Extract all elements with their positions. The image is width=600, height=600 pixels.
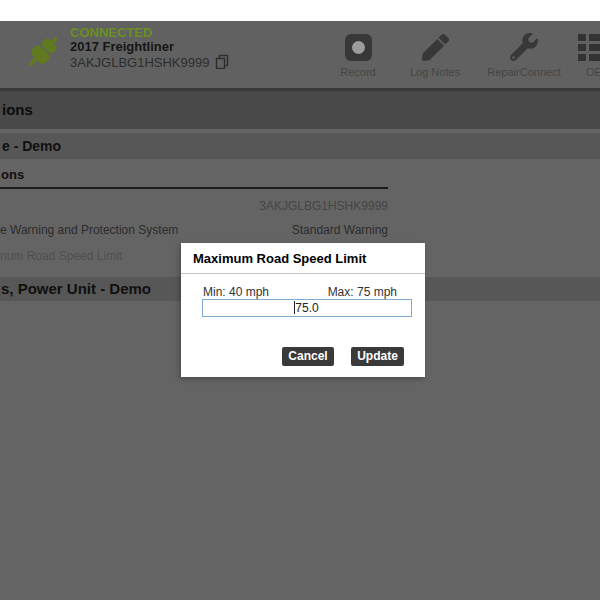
parameter-label: num Road Speed Limit (0, 249, 122, 263)
pencil-icon (422, 31, 449, 61)
record-icon (345, 31, 372, 61)
update-button[interactable]: Update (351, 347, 404, 366)
parameter-group-underline (0, 187, 388, 189)
speed-limit-input[interactable] (202, 299, 412, 317)
toolbar-record-label: Record (340, 66, 375, 78)
toolbar-record-button[interactable]: Record (330, 31, 386, 78)
list-icon (578, 31, 600, 61)
parameter-label: e Warning and Protection System (0, 223, 178, 237)
toolbar-oe-button[interactable]: OE (578, 31, 600, 78)
section-header-power-unit-label: s, Power Unit - Demo (1, 280, 151, 297)
min-value-label: Min: 40 mph (203, 285, 269, 299)
parameter-value: Standard Warning (292, 223, 388, 237)
connection-header: CONNECTED 2017 Freightliner 3AKJGLBG1HSH… (0, 21, 600, 91)
copy-icon[interactable] (215, 54, 229, 72)
toolbar-log-notes-label: Log Notes (410, 66, 460, 78)
text-caret (294, 301, 295, 314)
section-header-component-label: e - Demo (2, 138, 61, 154)
toolbar-oe-label-group: RepairConnect (487, 66, 560, 78)
parameter-row-warning-system[interactable]: e Warning and Protection System Standard… (0, 223, 388, 237)
max-value-label: Max: 75 mph (328, 285, 397, 299)
cancel-button[interactable]: Cancel (282, 347, 334, 366)
top-white-strip (0, 0, 600, 21)
connected-plug-icon (22, 30, 64, 74)
wrench-icon (510, 31, 538, 61)
toolbar-oe-label: OE (586, 66, 600, 78)
parameter-vin-value: 3AKJGLBG1HSHK9999 (0, 199, 388, 213)
max-road-speed-dialog: Maximum Road Speed Limit Min: 40 mph Max… (181, 243, 425, 377)
vehicle-vin: 3AKJGLBG1HSHK9999 (70, 56, 209, 70)
dialog-divider (181, 273, 425, 274)
page-title: ions (2, 101, 33, 118)
dialog-title: Maximum Road Speed Limit (193, 251, 366, 266)
parameter-group-title: ons (1, 167, 24, 182)
connection-status: CONNECTED (70, 26, 229, 40)
vehicle-info-block: CONNECTED 2017 Freightliner 3AKJGLBG1HSH… (70, 26, 229, 72)
vehicle-name: 2017 Freightliner (70, 40, 229, 54)
toolbar-repairconnect-button[interactable]: RepairConnect (476, 31, 572, 78)
toolbar-log-notes-button[interactable]: Log Notes (400, 31, 470, 78)
page-title-bar: ions (0, 91, 600, 129)
section-header-component[interactable]: e - Demo (0, 133, 600, 159)
